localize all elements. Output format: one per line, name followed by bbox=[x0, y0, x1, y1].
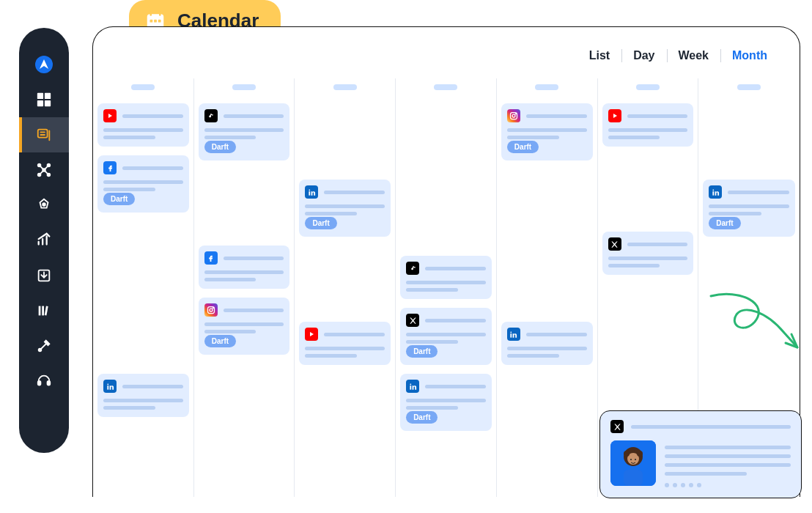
svg-point-47 bbox=[634, 449, 638, 453]
target-icon bbox=[35, 196, 53, 214]
sidebar-support[interactable] bbox=[19, 363, 69, 399]
placeholder-line bbox=[224, 256, 284, 260]
svg-rect-4 bbox=[45, 100, 51, 106]
tiktok-icon bbox=[204, 109, 218, 122]
event-card[interactable] bbox=[602, 232, 694, 275]
svg-point-10 bbox=[48, 174, 51, 177]
svg-point-11 bbox=[43, 203, 45, 206]
placeholder-line bbox=[728, 191, 789, 194]
svg-rect-25 bbox=[107, 385, 108, 390]
placeholder-line bbox=[665, 472, 747, 476]
placeholder-line bbox=[425, 385, 486, 388]
event-card[interactable] bbox=[299, 322, 391, 365]
placeholder-line bbox=[224, 309, 284, 312]
svg-rect-22 bbox=[150, 20, 153, 23]
svg-point-28 bbox=[210, 309, 213, 311]
sidebar-download[interactable] bbox=[19, 258, 69, 293]
draft-badge: Darft bbox=[507, 141, 539, 153]
svg-point-36 bbox=[515, 114, 516, 114]
sidebar-target[interactable] bbox=[19, 188, 69, 223]
event-card[interactable] bbox=[199, 246, 290, 289]
placeholder-line bbox=[507, 347, 587, 350]
svg-point-40 bbox=[712, 189, 714, 191]
event-card[interactable] bbox=[501, 322, 593, 365]
analytics-icon bbox=[35, 232, 53, 249]
sidebar-library[interactable] bbox=[19, 293, 69, 328]
linkedin-icon bbox=[709, 185, 722, 199]
linkedin-icon bbox=[305, 185, 318, 199]
sidebar-analytics[interactable] bbox=[19, 223, 69, 258]
event-card[interactable]: Darft bbox=[400, 308, 492, 365]
view-tab-week[interactable]: Week bbox=[667, 46, 721, 65]
placeholder-line bbox=[122, 166, 183, 170]
svg-point-7 bbox=[38, 164, 41, 167]
day-header-placeholder bbox=[232, 84, 256, 90]
sidebar-connections[interactable] bbox=[19, 152, 69, 188]
placeholder-line bbox=[608, 136, 660, 139]
view-tabs: List Day Week Month bbox=[577, 46, 779, 65]
svg-point-26 bbox=[107, 383, 108, 385]
placeholder-line bbox=[425, 267, 486, 270]
svg-point-6 bbox=[43, 169, 45, 171]
svg-point-35 bbox=[512, 114, 515, 117]
placeholder-line bbox=[425, 319, 486, 322]
event-card[interactable]: Darft bbox=[501, 103, 593, 160]
draft-badge: Darft bbox=[204, 141, 236, 153]
svg-rect-17 bbox=[38, 381, 41, 385]
placeholder-line bbox=[406, 333, 486, 336]
linkedin-icon bbox=[507, 328, 520, 341]
placeholder-line bbox=[103, 128, 183, 132]
preview-card[interactable] bbox=[599, 410, 802, 498]
event-card[interactable] bbox=[97, 374, 189, 417]
pagination-dot bbox=[689, 483, 693, 487]
svg-rect-21 bbox=[159, 12, 161, 16]
linkedin-icon bbox=[406, 380, 419, 393]
event-card[interactable]: Darft bbox=[199, 298, 290, 355]
placeholder-line bbox=[627, 243, 688, 246]
placeholder-line bbox=[406, 281, 486, 284]
library-icon bbox=[35, 302, 53, 320]
facebook-icon bbox=[204, 251, 218, 265]
svg-rect-48 bbox=[624, 470, 643, 486]
svg-rect-24 bbox=[158, 20, 161, 23]
svg-rect-15 bbox=[45, 306, 48, 315]
placeholder-line bbox=[608, 128, 688, 132]
x-icon bbox=[406, 314, 419, 327]
view-tab-month[interactable]: Month bbox=[720, 46, 779, 65]
view-tab-list[interactable]: List bbox=[577, 46, 621, 65]
placeholder-line bbox=[406, 288, 458, 292]
tiktok-icon bbox=[406, 262, 419, 275]
svg-rect-14 bbox=[42, 306, 44, 316]
placeholder-line bbox=[665, 463, 791, 467]
sidebar-dashboard[interactable] bbox=[19, 82, 69, 117]
event-card[interactable]: Darft bbox=[299, 180, 391, 237]
dashboard-icon bbox=[35, 91, 53, 108]
tools-icon bbox=[35, 337, 53, 355]
placeholder-line bbox=[305, 204, 385, 208]
view-tab-day[interactable]: Day bbox=[621, 46, 666, 65]
sidebar-navigate[interactable] bbox=[19, 47, 69, 82]
event-card[interactable]: Darft bbox=[199, 103, 290, 160]
day-header-placeholder bbox=[434, 84, 457, 90]
placeholder-line bbox=[608, 256, 688, 260]
download-icon bbox=[35, 267, 53, 284]
placeholder-line bbox=[103, 399, 183, 402]
event-card[interactable]: Darft bbox=[97, 155, 189, 213]
event-card[interactable] bbox=[97, 103, 189, 147]
event-card[interactable] bbox=[602, 103, 694, 147]
linkedin-icon bbox=[103, 380, 117, 393]
day-header-placeholder bbox=[737, 84, 761, 90]
draft-badge: Darft bbox=[204, 335, 236, 347]
placeholder-line bbox=[665, 446, 791, 449]
placeholder-line bbox=[526, 333, 587, 336]
event-card[interactable] bbox=[400, 256, 492, 299]
sidebar-comments[interactable] bbox=[19, 117, 69, 152]
placeholder-line bbox=[204, 128, 284, 132]
placeholder-line bbox=[507, 128, 587, 132]
sidebar-tools[interactable] bbox=[19, 328, 69, 363]
svg-rect-39 bbox=[712, 191, 714, 196]
event-card[interactable]: Darft bbox=[400, 374, 492, 431]
calendar-column: Darft bbox=[497, 78, 598, 497]
day-header-placeholder bbox=[131, 84, 155, 90]
event-card[interactable]: Darft bbox=[703, 180, 795, 237]
